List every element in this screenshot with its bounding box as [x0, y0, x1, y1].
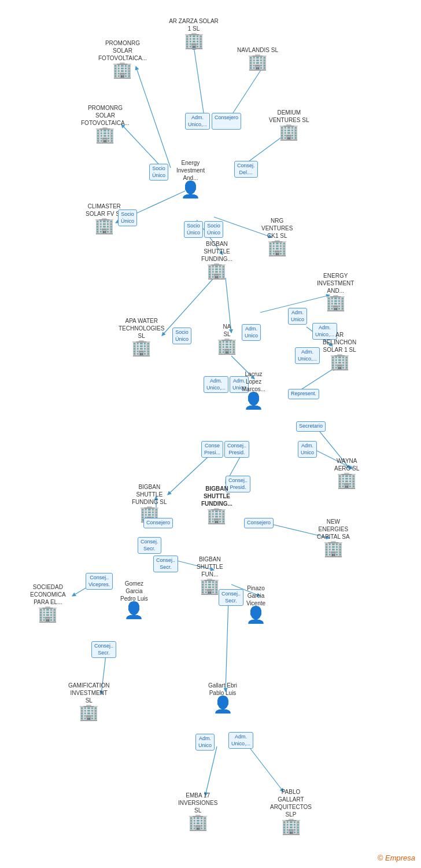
person-icon-lacruz: 👤	[243, 393, 264, 409]
badge-socio-unico-apa: SocioÚnico	[172, 328, 191, 344]
building-icon-gamification: 🏢	[79, 704, 99, 720]
node-lacruz: LacruzLopezMarcos... 👤	[242, 370, 265, 409]
building-icon-apa-water: 🏢	[131, 340, 152, 356]
building-icon-energy-invest: 🏢	[326, 295, 346, 311]
badge-consej-secr-2[interactable]: Consej..Secr.	[153, 556, 178, 572]
badge-consej-del: Consej.Del....	[234, 161, 258, 178]
person-icon-gallart: 👤	[213, 697, 233, 713]
badge-group-socio-bigban: SocioÚnico SocioÚnico	[184, 221, 223, 238]
node-emba17: EMBA 17INVERSIONESSL 🏢	[178, 792, 217, 830]
badge-consej-secr-1[interactable]: Consej.Secr.	[138, 537, 161, 554]
node-climaster: CLIMASTERSOLAR FV SL 🏢	[86, 203, 123, 234]
building-icon-bigban-main: 🏢	[206, 507, 227, 524]
badge-socio-unico-bigban2[interactable]: SocioÚnico	[204, 221, 223, 238]
badge-adm-unico-wayna[interactable]: Adm.Unico	[298, 441, 317, 458]
badge-consejero-main: Consejero	[244, 518, 274, 528]
badge-conse-presi1[interactable]: ConsePresi...	[201, 441, 223, 458]
node-sociedad: SOCIEDADECONOMICAPARA EL... 🏢	[30, 583, 66, 622]
badge-socio-unico-bigban1[interactable]: SocioÚnico	[184, 221, 203, 238]
badge-consejero-1[interactable]: Consejero	[212, 113, 241, 130]
svg-line-2	[136, 67, 171, 168]
node-demium: DEMIUMVENTURES SL 🏢	[269, 109, 309, 140]
building-icon-pablo-gallart: 🏢	[281, 818, 301, 834]
svg-line-25	[249, 746, 283, 792]
node-apa-water: APA WATERTECHNOLOGIESSL 🏢	[119, 317, 164, 356]
badge-consejero-bigban2[interactable]: Consejero	[143, 518, 173, 528]
building-icon-navlandis: 🏢	[248, 54, 268, 70]
node-nrg-ventures: NRGVENTURESCK1 SL 🏢	[261, 217, 293, 256]
building-icon-sociedad: 🏢	[38, 606, 58, 622]
building-icon-ar-belinchon: 🏢	[330, 354, 350, 370]
building-icon-bigban1: 🏢	[206, 263, 227, 279]
badge-consej-secr-1: Consej.Secr.	[138, 537, 161, 554]
badge-secretario: Secretario	[296, 421, 326, 432]
badge-adm-unico-na[interactable]: Adm.Unico	[242, 324, 261, 341]
node-energy-invest-building: ENERGYINVESTMENTAND... 🏢	[317, 272, 354, 311]
person-icon-energy-investment: 👤	[180, 182, 201, 198]
node-pinazo: PinazoGarciaVicente 👤	[246, 584, 266, 623]
badge-secretario[interactable]: Secretario	[296, 421, 326, 432]
badge-adm-unico-1[interactable]: Adm.Unico,...	[185, 113, 210, 130]
badge-socio-unico-climaster: SocioÚnico	[118, 209, 137, 226]
person-icon-gomez: 👤	[124, 602, 144, 619]
svg-line-26	[226, 599, 228, 692]
building-icon-ar-zarza: 🏢	[184, 32, 204, 49]
node-energy-investment-person: EnergyInvestmentAnd... 👤	[176, 159, 205, 198]
badge-consej-vicepres: Consej..Vicepres.	[86, 573, 113, 590]
badge-represent: Represent.	[288, 389, 319, 399]
badge-consej-secr-gomez: Consej..Secr.	[91, 641, 116, 658]
building-icon-promonrg2: 🏢	[95, 127, 115, 143]
node-wayna-aero: WAYNAAERO SL 🏢	[334, 457, 359, 488]
badge-group-consej-presid: ConsePresi... Consej..Presid.	[201, 441, 249, 458]
node-bigban3: BIGBANSHUTTLEFUN... 🏢	[197, 556, 223, 594]
badge-adm-unico-belinchon[interactable]: Adm.Unico,...	[295, 347, 320, 364]
badge-consejero-bigban2: Consejero	[143, 518, 173, 528]
node-pablo-gallart: PABLOGALLARTARQUITECTOS SLP 🏢	[265, 788, 317, 834]
badge-consejero-main[interactable]: Consejero	[244, 518, 274, 528]
badge-adm-unico-right1[interactable]: Adm.Unico	[288, 308, 307, 325]
building-icon-emba17: 🏢	[188, 814, 208, 830]
building-icon-wayna-aero: 🏢	[337, 472, 357, 488]
badge-adm-unico-lacruz1[interactable]: Adm.Unico,...	[204, 376, 228, 393]
badge-consej-secr-pinazo: Consej..Secr.	[219, 589, 243, 606]
node-navlandis: NAVLANDIS SL 🏢	[237, 46, 278, 70]
node-bigban-main: BIGBANSHUTTLEFUNDING... 🏢	[201, 485, 232, 524]
building-icon-climaster: 🏢	[94, 218, 115, 234]
badge-consej-vicepres[interactable]: Consej..Vicepres.	[86, 573, 113, 590]
node-ar-zarza: AR ZARZA SOLAR 1 SL 🏢	[168, 17, 220, 49]
node-new-energies: NEWENERGIESCAPITAL SA 🏢	[317, 518, 350, 557]
node-na-sl: NASL 🏢	[217, 323, 237, 354]
node-promonrg2: PROMONRGSOLARFOTOVOLTAICA... 🏢	[81, 104, 130, 143]
node-bigban1: BIGBANSHUTTLEFUNDING... 🏢	[201, 240, 232, 279]
svg-line-24	[205, 746, 217, 796]
badge-socio-unico-1[interactable]: SocioÚnico	[149, 164, 168, 181]
badge-adm-unico-gallart1: Adm.Unico	[195, 734, 215, 751]
badge-consej-del-1[interactable]: Consej.Del....	[234, 161, 258, 178]
node-promonrg1: PROMONRGSOLARFOTOVOLTAICA... 🏢	[98, 39, 147, 78]
badge-adm-unico-gallart1[interactable]: Adm.Unico	[195, 734, 215, 751]
badge-socio-unico-left: SocioÚnico	[149, 164, 168, 181]
badge-adm-unico-right: Adm.Unico	[288, 308, 307, 325]
node-gamification: GAMIFICATIONINVESTMENTSL 🏢	[68, 682, 109, 720]
node-ar-belinchon: ARBELINCHONSOLAR 1 SL 🏢	[323, 331, 356, 370]
badge-socio-unico-apa[interactable]: SocioÚnico	[172, 328, 191, 344]
person-icon-pinazo: 👤	[246, 607, 266, 623]
watermark: © Empresa	[378, 854, 415, 862]
badge-consej-presid1[interactable]: Consej..Presid.	[224, 441, 249, 458]
badge-adm-unico-gallart2[interactable]: Adm.Unico,...	[228, 732, 253, 749]
building-icon-na-sl: 🏢	[217, 338, 237, 354]
node-gallart: Gallart EbriPablo Luis 👤	[208, 682, 237, 713]
badge-adm-unico-wayna: Adm.Unico	[298, 441, 317, 458]
node-gomez: GomezGarciaPedro Luis 👤	[120, 580, 148, 619]
svg-line-8	[162, 278, 214, 336]
badge-socio-unico-climaster[interactable]: SocioÚnico	[118, 209, 137, 226]
building-icon-new-energies: 🏢	[323, 540, 344, 557]
badge-group-top: Adm.Unico,... Consejero	[185, 113, 241, 130]
building-icon-promonrg1: 🏢	[112, 62, 132, 78]
badge-consej-secr-pinazo[interactable]: Consej..Secr.	[219, 589, 243, 606]
badge-adm-unico-belinchon: Adm.Unico,...	[295, 347, 320, 364]
building-icon-nrg-ventures: 🏢	[267, 240, 287, 256]
badge-consej-secr-gomez[interactable]: Consej..Secr.	[91, 641, 116, 658]
badge-represent[interactable]: Represent.	[288, 389, 319, 399]
node-bigban-shuttle2: BIGBANSHUTTLEFUNDING SL 🏢	[132, 483, 167, 522]
